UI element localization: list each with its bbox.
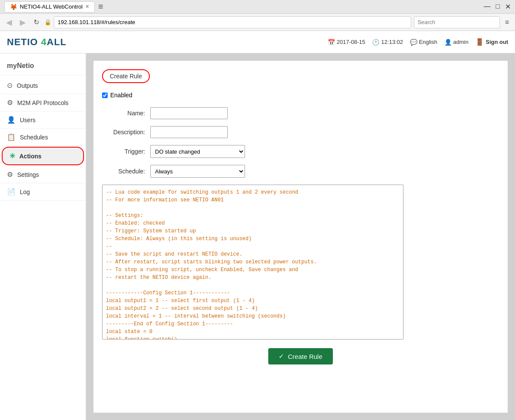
browser-titlebar: 🦊 NETIO4-ALL WebControl ✕ ≡ — □ ✕ xyxy=(0,0,515,14)
trigger-label: Trigger: xyxy=(102,148,145,155)
logo: NETIO 4ALL xyxy=(7,37,66,47)
sidebar-item-outputs[interactable]: ⊙ Outputs xyxy=(0,77,86,94)
calendar-icon: 📅 xyxy=(328,39,335,46)
forward-btn[interactable]: ▶ xyxy=(17,17,28,28)
back-btn[interactable]: ◀ xyxy=(3,17,15,28)
submit-section: ✓ Create Rule xyxy=(102,348,499,364)
enabled-row: Enabled xyxy=(102,92,403,99)
trigger-row: Trigger: DO state changed System started… xyxy=(102,145,403,158)
settings-icon: ⚙ xyxy=(7,170,13,179)
name-input[interactable] xyxy=(150,107,228,119)
tab-title: NETIO4-ALL WebControl xyxy=(20,3,83,10)
browser-tab[interactable]: 🦊 NETIO4-ALL WebControl ✕ xyxy=(4,1,95,12)
actions-icon: ✳ xyxy=(9,152,15,160)
white-panel: Create Rule Enabled Name: xyxy=(93,60,508,413)
reload-btn[interactable]: ↻ xyxy=(31,17,42,27)
sidebar-label-actions: Actions xyxy=(19,153,41,160)
sidebar-title: myNetio xyxy=(0,57,86,75)
time-display: 12:13:02 xyxy=(381,39,403,45)
header-time: 🕐 12:13:02 xyxy=(372,39,403,46)
name-label: Name: xyxy=(102,110,145,117)
enabled-label[interactable]: Enabled xyxy=(102,92,132,99)
logo-accent: 4 xyxy=(41,37,47,47)
app-container: NETIO 4ALL 📅 2017-08-15 🕐 12:13:02 💬 Eng… xyxy=(0,31,515,420)
sidebar-label-users: Users xyxy=(20,117,36,124)
description-row: Description: xyxy=(102,126,403,138)
clock-icon: 🕐 xyxy=(372,39,379,46)
outputs-icon: ⊙ xyxy=(7,81,12,90)
signout-icon: 🚪 xyxy=(475,38,484,46)
user-icon: 👤 xyxy=(444,39,452,46)
header-date: 📅 2017-08-15 xyxy=(328,39,366,46)
code-editor[interactable]: -- Lua code example for switching output… xyxy=(102,185,403,339)
new-tab-btn[interactable]: ≡ xyxy=(98,2,103,12)
schedule-select[interactable]: Always Never Custom xyxy=(150,165,245,178)
sidebar-item-m2m[interactable]: ⚙ M2M API Protocols xyxy=(0,94,86,111)
sidebar-label-schedules: Schedules xyxy=(20,134,48,141)
language-icon: 💬 xyxy=(410,39,417,46)
minimize-btn[interactable]: — xyxy=(484,3,490,11)
logo-area: NETIO 4ALL xyxy=(7,37,66,47)
name-row: Name: xyxy=(102,107,403,119)
header-right: 📅 2017-08-15 🕐 12:13:02 💬 English 👤 admi… xyxy=(328,38,508,46)
enabled-checkbox[interactable] xyxy=(102,93,108,98)
sidebar-item-actions[interactable]: ✳ Actions xyxy=(2,147,84,165)
sidebar-label-outputs: Outputs xyxy=(17,82,38,89)
description-input[interactable] xyxy=(150,126,228,138)
tab-close-btn[interactable]: ✕ xyxy=(85,4,89,9)
sidebar-item-settings[interactable]: ⚙ Settings xyxy=(0,166,86,183)
close-btn[interactable]: ✕ xyxy=(505,3,511,11)
create-rule-submit-button[interactable]: ✓ Create Rule xyxy=(268,348,332,364)
url-input[interactable] xyxy=(54,16,411,28)
sidebar-label-log: Log xyxy=(20,188,30,195)
sidebar-item-log[interactable]: 📄 Log xyxy=(0,183,86,201)
signout-label: Sign out xyxy=(486,39,508,45)
address-bar-row: ◀ ▶ ↻ 🔒 ≡ xyxy=(0,14,515,31)
user-display: admin xyxy=(453,39,468,45)
schedule-row: Schedule: Always Never Custom xyxy=(102,165,403,178)
schedule-label: Schedule: xyxy=(102,168,145,175)
sidebar-item-users[interactable]: 👤 Users xyxy=(0,111,86,129)
sidebar-item-schedules[interactable]: 📋 Schedules xyxy=(0,129,86,146)
browser-menu-btn[interactable]: ≡ xyxy=(503,18,512,27)
window-controls: — □ ✕ xyxy=(484,3,511,11)
secure-icon: 🔒 xyxy=(44,19,51,25)
sidebar: myNetio ⊙ Outputs ⚙ M2M API Protocols 👤 … xyxy=(0,53,86,420)
sidebar-label-m2m: M2M API Protocols xyxy=(17,99,68,106)
app-header: NETIO 4ALL 📅 2017-08-15 🕐 12:13:02 💬 Eng… xyxy=(0,31,515,53)
sidebar-label-settings: Settings xyxy=(17,171,39,178)
trigger-select[interactable]: DO state changed System started up Alway… xyxy=(150,145,245,158)
main-area: myNetio ⊙ Outputs ⚙ M2M API Protocols 👤 … xyxy=(0,53,515,420)
signout-button[interactable]: 🚪 Sign out xyxy=(475,38,508,46)
date-display: 2017-08-15 xyxy=(337,39,366,45)
content-area: Create Rule Enabled Name: xyxy=(86,53,515,420)
language-display: English xyxy=(419,39,437,45)
maximize-btn[interactable]: □ xyxy=(496,3,500,11)
submit-checkmark-icon: ✓ xyxy=(279,352,284,360)
enabled-text: Enabled xyxy=(110,92,132,99)
schedules-icon: 📋 xyxy=(7,133,16,141)
description-label: Description: xyxy=(102,129,145,136)
create-rule-top-button[interactable]: Create Rule xyxy=(102,69,150,83)
header-user: 👤 admin xyxy=(444,39,468,46)
create-rule-header: Create Rule xyxy=(102,69,499,83)
form-section: Enabled Name: Description: xyxy=(102,92,403,340)
m2m-icon: ⚙ xyxy=(7,99,13,107)
search-input[interactable] xyxy=(414,16,500,28)
users-icon: 👤 xyxy=(7,116,16,124)
log-icon: 📄 xyxy=(7,188,16,196)
submit-label: Create Rule xyxy=(288,353,322,360)
header-language[interactable]: 💬 English xyxy=(410,39,437,46)
tab-favicon: 🦊 xyxy=(10,3,17,10)
code-editor-wrapper: -- Lua code example for switching output… xyxy=(102,185,403,340)
